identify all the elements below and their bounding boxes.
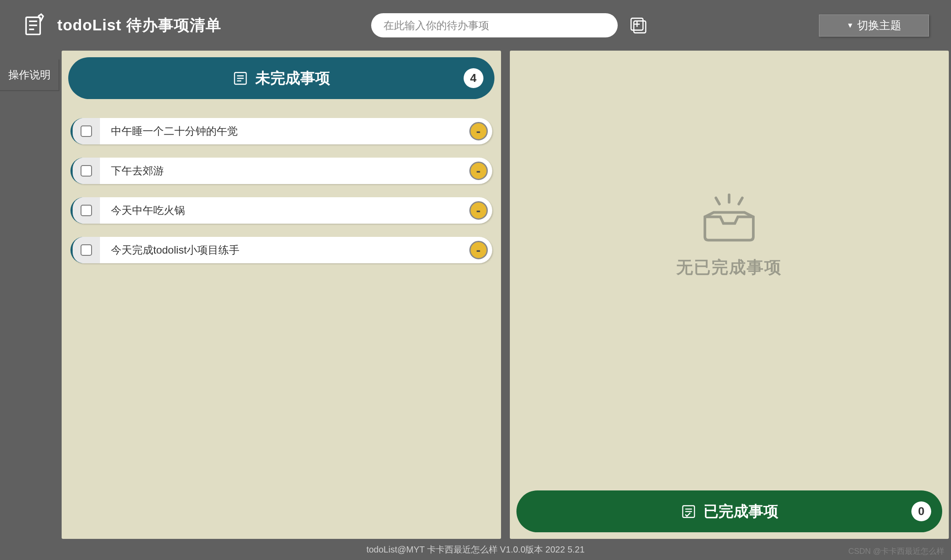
empty-text: 无已完成事项 [676,256,782,278]
delete-button[interactable]: - [469,241,488,259]
watermark: CSDN @卡卡西最近怎么样 [848,546,944,556]
completed-empty-area: 无已完成事项 [510,51,949,490]
empty-inbox-icon [696,192,762,245]
svg-line-13 [716,198,719,204]
todo-item: 中午睡一个二十分钟的午觉 - [70,118,492,144]
todo-item: 今天完成todolist小项目练手 - [70,237,492,263]
todo-checkbox[interactable] [81,125,92,137]
pending-header: 未完成事项 4 [68,57,494,99]
check-list-icon [680,503,697,520]
pending-panel: 未完成事项 4 中午睡一个二十分钟的午觉 - 下午去郊游 - [62,51,501,539]
svg-rect-4 [634,21,646,33]
input-section [371,13,651,37]
sidebar-item-label: 操作说明 [8,68,51,82]
todo-item: 下午去郊游 - [70,158,492,184]
pending-count-badge: 4 [464,68,483,88]
todo-text: 今天中午吃火锅 [100,203,469,217]
svg-line-14 [739,198,742,204]
app-header: todoList 待办事项清单 切换主题 [0,0,951,51]
todo-text: 今天完成todolist小项目练手 [100,243,469,257]
completed-count-badge: 0 [911,501,931,521]
footer: todoList@MYT 卡卡西最近怎么样 V1.0.0版本 2022 5.21 [0,539,951,560]
theme-switch-button[interactable]: 切换主题 [819,15,929,37]
todo-checkbox[interactable] [81,244,92,256]
main-container: 操作说明 未完成事项 4 中午睡一个二十分钟的午觉 [0,51,951,539]
completed-title: 已完成事项 [704,501,778,522]
delete-button[interactable]: - [469,162,488,180]
app-title: todoList 待办事项清单 [57,15,221,36]
delete-button[interactable]: - [469,201,488,220]
list-icon [232,70,249,87]
add-icon [627,15,649,37]
checkbox-wrapper [73,237,100,263]
pending-title: 未完成事项 [255,68,330,88]
todo-checkbox[interactable] [81,165,92,177]
completed-panel: 无已完成事项 已完成事项 0 [510,51,949,539]
checkbox-wrapper [73,118,100,144]
logo-section: todoList 待办事项清单 [22,13,221,37]
todo-input[interactable] [371,13,618,37]
sidebar: 操作说明 [0,51,59,539]
theme-button-label: 切换主题 [857,18,901,33]
todo-text: 中午睡一个二十分钟的午觉 [100,124,469,138]
todo-checkbox[interactable] [81,205,92,216]
notepad-icon [22,13,46,37]
footer-text: todoList@MYT 卡卡西最近怎么样 V1.0.0版本 2022 5.21 [366,544,585,556]
checkbox-wrapper [73,197,100,224]
pending-list: 中午睡一个二十分钟的午觉 - 下午去郊游 - 今天中午吃火锅 - [62,106,501,289]
sidebar-item-help[interactable]: 操作说明 [0,59,59,91]
todo-item: 今天中午吃火锅 - [70,197,492,224]
checkbox-wrapper [73,158,100,184]
todo-text: 下午去郊游 [100,164,469,178]
add-button[interactable] [627,13,651,37]
empty-state: 无已完成事项 [676,192,782,278]
completed-header: 已完成事项 0 [516,490,943,532]
content-area: 未完成事项 4 中午睡一个二十分钟的午觉 - 下午去郊游 - [59,51,951,539]
delete-button[interactable]: - [469,122,488,140]
